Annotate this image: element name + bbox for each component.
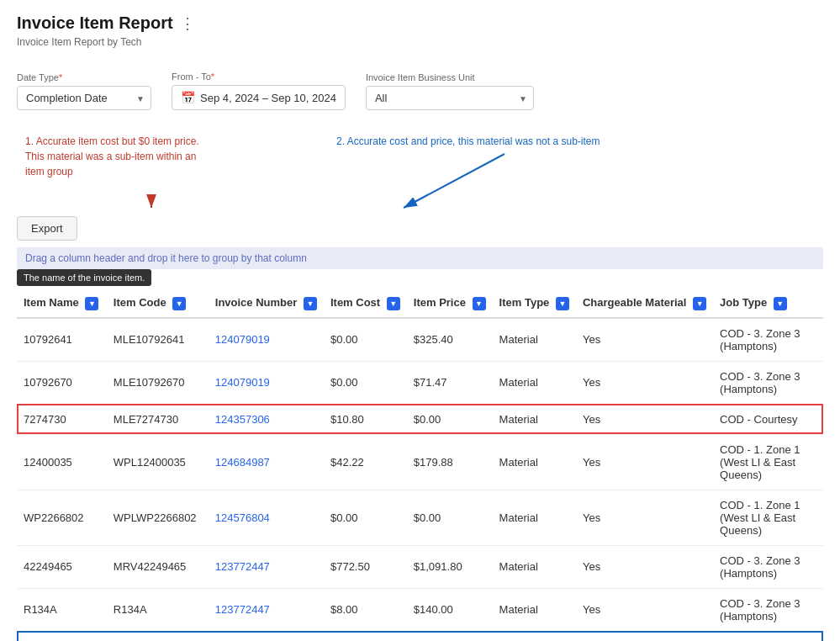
filter-item-cost-button[interactable]: ▼ bbox=[387, 297, 400, 310]
cell-item_name: 10792641 bbox=[17, 318, 107, 362]
toolbar-row: Export bbox=[17, 216, 823, 241]
cell-item_cost: $8.00 bbox=[324, 588, 407, 631]
table-row: 7274730MLE7274730124357306$10.80$0.00Mat… bbox=[17, 404, 823, 434]
cell-job_type: COD - 3. Zone 3 (Hamptons) bbox=[713, 588, 823, 631]
tooltip-label: The name of the invoice item. bbox=[17, 269, 151, 286]
table-row: 10792670MLE10792670124079019$0.00$71.47M… bbox=[17, 361, 823, 404]
filter-chargeable-material-button[interactable]: ▼ bbox=[693, 297, 706, 310]
table-row: 12400035WPL12400035124684987$42.22$179.8… bbox=[17, 434, 823, 490]
cell-chargeable_material: Yes bbox=[576, 545, 713, 588]
cell-item_cost: $0.00 bbox=[324, 490, 407, 545]
cell-item_cost: $772.50 bbox=[324, 545, 407, 588]
annotation-1: 1. Accurate item cost but $0 item price.… bbox=[25, 134, 202, 179]
cell-item_code: MRV42249465 bbox=[107, 545, 209, 588]
cell-item_type: Material bbox=[493, 434, 576, 490]
cell-job_type: COD - 3. Zone 3 (Hamptons) bbox=[713, 631, 823, 641]
cell-invoice_number[interactable]: 124079019 bbox=[209, 318, 324, 362]
table-row: S41050602-NLKMRVS41050602-NLK123772447$1… bbox=[17, 631, 823, 641]
cell-item_type: Material bbox=[493, 318, 576, 362]
data-table-wrapper: Item Name ▼ Item Code ▼ Invoice Number ▼… bbox=[17, 289, 823, 641]
filter-item-code-button[interactable]: ▼ bbox=[172, 297, 186, 310]
cell-item_name: 12400035 bbox=[17, 434, 107, 490]
cell-item_code: MRVS41050602-NLK bbox=[107, 631, 209, 641]
page-title: Invoice Item Report bbox=[17, 13, 173, 33]
cell-item_cost: $0.00 bbox=[324, 318, 407, 362]
cell-chargeable_material: Yes bbox=[576, 404, 713, 434]
annotation-2: 2. Accurate cost and price, this materia… bbox=[336, 134, 600, 149]
cell-invoice_number[interactable]: 123772447 bbox=[209, 588, 324, 631]
date-type-select-wrapper: Completion Date Invoice Date Created Dat… bbox=[17, 86, 151, 110]
svg-line-3 bbox=[404, 154, 505, 208]
cell-item_cost: $0.00 bbox=[324, 361, 407, 404]
cell-invoice_number[interactable]: 124684987 bbox=[209, 434, 324, 490]
cell-chargeable_material: Yes bbox=[576, 434, 713, 490]
cell-item_name: S41050602-NLK bbox=[17, 631, 107, 641]
cell-item_code: MLE10792670 bbox=[107, 361, 209, 404]
bu-select-wrapper: All COD Hamptons Zone 1 ▼ bbox=[366, 86, 534, 110]
cell-chargeable_material: Yes bbox=[576, 318, 713, 362]
cell-item_price: $0.00 bbox=[407, 404, 493, 434]
from-to-label: From - To* bbox=[172, 72, 346, 82]
col-header-item-code: Item Code ▼ bbox=[107, 289, 209, 318]
export-button[interactable]: Export bbox=[17, 216, 77, 241]
cell-item_name: WP2266802 bbox=[17, 490, 107, 545]
cell-item_type: Material bbox=[493, 631, 576, 641]
cell-item_price: $325.40 bbox=[407, 318, 493, 362]
cell-item_cost: $42.22 bbox=[324, 434, 407, 490]
cell-item_code: MLE7274730 bbox=[107, 404, 209, 434]
cell-item_price: $71.47 bbox=[407, 361, 493, 404]
cell-item_name: R134A bbox=[17, 588, 107, 631]
table-header-row: Item Name ▼ Item Code ▼ Invoice Number ▼… bbox=[17, 289, 823, 318]
cell-invoice_number[interactable]: 123772447 bbox=[209, 545, 324, 588]
cell-item_type: Material bbox=[493, 588, 576, 631]
col-header-item-cost: Item Cost ▼ bbox=[324, 289, 407, 318]
bu-label: Invoice Item Business Unit bbox=[366, 72, 534, 82]
col-header-job-type: Job Type ▼ bbox=[713, 289, 823, 318]
cell-item_type: Material bbox=[493, 490, 576, 545]
cell-item_name: 7274730 bbox=[17, 404, 107, 434]
table-row: 10792641MLE10792641124079019$0.00$325.40… bbox=[17, 318, 823, 362]
col-header-item-type: Item Type ▼ bbox=[493, 289, 576, 318]
cell-chargeable_material: Yes bbox=[576, 490, 713, 545]
date-range-picker[interactable]: 📅 Sep 4, 2024 – Sep 10, 2024 bbox=[172, 85, 346, 110]
date-type-select[interactable]: Completion Date Invoice Date Created Dat… bbox=[17, 86, 151, 110]
filter-item-name-button[interactable]: ▼ bbox=[85, 297, 98, 310]
cell-item_name: 10792670 bbox=[17, 361, 107, 404]
cell-item_price: $140.00 bbox=[407, 588, 493, 631]
filter-item-price-button[interactable]: ▼ bbox=[473, 297, 486, 310]
bu-select[interactable]: All COD Hamptons Zone 1 bbox=[366, 86, 534, 110]
cell-item_type: Material bbox=[493, 404, 576, 434]
filter-job-type-button[interactable]: ▼ bbox=[774, 297, 787, 310]
cell-item_code: R134A bbox=[107, 588, 209, 631]
cell-item_code: MLE10792641 bbox=[107, 318, 209, 362]
filters-row: Date Type* Completion Date Invoice Date … bbox=[17, 61, 823, 120]
cell-item_price: $0.00 bbox=[407, 490, 493, 545]
cell-chargeable_material: Yes bbox=[576, 361, 713, 404]
col-header-item-name: Item Name ▼ bbox=[17, 289, 107, 318]
more-options-icon[interactable]: ⋮ bbox=[180, 14, 195, 33]
cell-item_name: 42249465 bbox=[17, 545, 107, 588]
cell-job_type: COD - 3. Zone 3 (Hamptons) bbox=[713, 318, 823, 362]
filter-invoice-number-button[interactable]: ▼ bbox=[304, 297, 317, 310]
cell-invoice_number[interactable]: 124079019 bbox=[209, 361, 324, 404]
cell-item_price: $279.56 bbox=[407, 631, 493, 641]
date-range-value: Sep 4, 2024 – Sep 10, 2024 bbox=[200, 92, 336, 104]
filter-item-type-button[interactable]: ▼ bbox=[556, 297, 569, 310]
cell-item_cost: $147.55 bbox=[324, 631, 407, 641]
cell-invoice_number[interactable]: 124576804 bbox=[209, 490, 324, 545]
cell-invoice_number[interactable]: 124357306 bbox=[209, 404, 324, 434]
cell-invoice_number[interactable]: 123772447 bbox=[209, 631, 324, 641]
date-range-filter: From - To* 📅 Sep 4, 2024 – Sep 10, 2024 bbox=[172, 72, 346, 110]
tooltip-bar: The name of the invoice item. bbox=[17, 269, 823, 289]
cell-job_type: COD - 3. Zone 3 (Hamptons) bbox=[713, 545, 823, 588]
cell-job_type: COD - 1. Zone 1 (West LI & East Queens) bbox=[713, 490, 823, 545]
cell-item_price: $179.88 bbox=[407, 434, 493, 490]
date-type-filter: Date Type* Completion Date Invoice Date … bbox=[17, 72, 151, 110]
group-hint: Drag a column header and drop it here to… bbox=[17, 247, 823, 269]
table-row: 42249465MRV42249465123772447$772.50$1,09… bbox=[17, 545, 823, 588]
date-type-label: Date Type* bbox=[17, 72, 151, 82]
cell-item_code: WPL12400035 bbox=[107, 434, 209, 490]
calendar-icon: 📅 bbox=[181, 91, 195, 104]
cell-chargeable_material: Yes bbox=[576, 588, 713, 631]
cell-chargeable_material: Yes bbox=[576, 631, 713, 641]
